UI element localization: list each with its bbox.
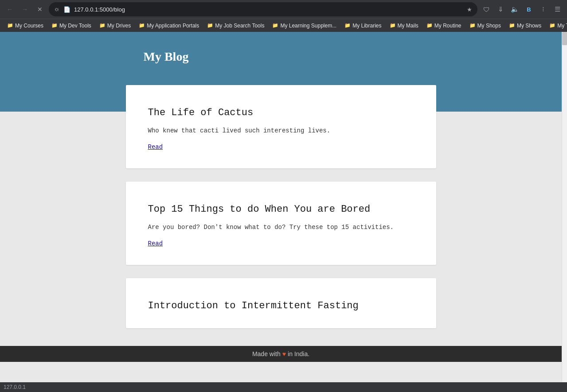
- blog-card-excerpt-2: Are you bored? Don't know what to do? Tr…: [148, 223, 414, 232]
- scroll-thumb[interactable]: [562, 32, 567, 45]
- folder-icon: 📁: [426, 23, 433, 28]
- bookmark-dev-tools[interactable]: 📁 My Dev Tools: [48, 21, 95, 30]
- document-icon: 📄: [63, 6, 70, 13]
- download-button[interactable]: ⇓: [494, 3, 507, 16]
- folder-icon: 📁: [549, 23, 555, 28]
- folder-icon: 📁: [207, 23, 213, 28]
- bookmark-trackers[interactable]: 📁 My Trackers: [546, 21, 567, 30]
- menu-button[interactable]: ☰: [551, 3, 563, 16]
- bookmark-routine[interactable]: 📁 My Routine: [423, 21, 465, 30]
- blog-card-read-1[interactable]: Read: [148, 144, 163, 151]
- shield-icon: ⛭: [54, 6, 60, 13]
- folder-icon: 📁: [344, 23, 351, 28]
- bookmark-shows[interactable]: 📁 My Shows: [505, 21, 545, 30]
- folder-icon: 📁: [390, 23, 396, 28]
- folder-icon: 📁: [469, 23, 476, 28]
- blog-card-title-3: Introduction to Intermittent Fasting: [148, 300, 414, 311]
- footer-in-india: in India.: [288, 350, 309, 357]
- bookmark-application-portals[interactable]: 📁 My Application Portals: [135, 21, 203, 30]
- bookmark-shops[interactable]: 📁 My Shops: [466, 21, 504, 30]
- forward-button[interactable]: →: [19, 3, 31, 16]
- page-header-inner: My Blog: [126, 50, 436, 64]
- url-text: 127.0.0.1:5000/blog: [74, 6, 463, 13]
- cards-container: The Life of Cactus Who knew that cacti l…: [126, 85, 436, 346]
- folder-icon: 📁: [99, 23, 106, 28]
- address-bar[interactable]: ⛭ 📄 127.0.0.1:5000/blog ★: [49, 2, 477, 16]
- browser-chrome: ← → ✕ ⛭ 📄 127.0.0.1:5000/blog ★ 🛡 ⇓ 🔈 B …: [0, 0, 567, 32]
- refresh-button[interactable]: ✕: [34, 3, 46, 16]
- bookmarks-bar: 📁 My Courses 📁 My Dev Tools 📁 My Drives …: [0, 19, 567, 32]
- page-title: My Blog: [144, 50, 418, 64]
- blog-card-3: Introduction to Intermittent Fasting: [126, 278, 436, 328]
- status-bar: 127.0.0.1: [0, 382, 567, 392]
- folder-icon: 📁: [272, 23, 278, 28]
- status-text: 127.0.0.1: [4, 384, 26, 390]
- page-wrapper: My Blog The Life of Cactus Who knew that…: [0, 32, 567, 382]
- scroll-track[interactable]: [562, 32, 567, 382]
- profile-button[interactable]: B: [523, 3, 535, 16]
- browser-toolbar: ← → ✕ ⛭ 📄 127.0.0.1:5000/blog ★ 🛡 ⇓ 🔈 B …: [0, 0, 567, 19]
- page-content[interactable]: My Blog The Life of Cactus Who knew that…: [0, 32, 562, 382]
- blog-card-title-1: The Life of Cactus: [148, 107, 414, 118]
- bookmark-mails[interactable]: 📁 My Mails: [386, 21, 422, 30]
- bookmark-learning[interactable]: 📁 My Learning Supplem...: [269, 21, 340, 30]
- bookmark-drives[interactable]: 📁 My Drives: [96, 21, 134, 30]
- star-icon[interactable]: ★: [467, 6, 472, 13]
- settings-button[interactable]: ⁝: [537, 3, 549, 16]
- volume-button[interactable]: 🔈: [508, 3, 521, 16]
- extensions-button[interactable]: 🛡: [480, 3, 493, 16]
- bookmark-libraries[interactable]: 📁 My Libraries: [341, 21, 385, 30]
- back-button[interactable]: ←: [4, 3, 16, 16]
- page-footer: Made with ♥ in India.: [0, 346, 562, 362]
- bookmark-job-search[interactable]: 📁 My Job Search Tools: [203, 21, 268, 30]
- bookmark-courses[interactable]: 📁 My Courses: [4, 21, 47, 30]
- blog-card-1: The Life of Cactus Who knew that cacti l…: [126, 85, 436, 168]
- folder-icon: 📁: [139, 23, 145, 28]
- blog-card-2: Top 15 Things to do When You are Bored A…: [126, 182, 436, 265]
- heart-icon: ♥: [282, 350, 286, 357]
- footer-made-with: Made with: [252, 350, 281, 357]
- folder-icon: 📁: [509, 23, 515, 28]
- folder-icon: 📁: [7, 23, 13, 28]
- blog-card-excerpt-1: Who knew that cacti lived such interesti…: [148, 126, 414, 136]
- blog-card-read-2[interactable]: Read: [148, 240, 163, 247]
- folder-icon: 📁: [51, 23, 58, 28]
- browser-actions: 🛡 ⇓ 🔈 B ⁝ ☰: [480, 3, 563, 16]
- blog-card-title-2: Top 15 Things to do When You are Bored: [148, 204, 414, 215]
